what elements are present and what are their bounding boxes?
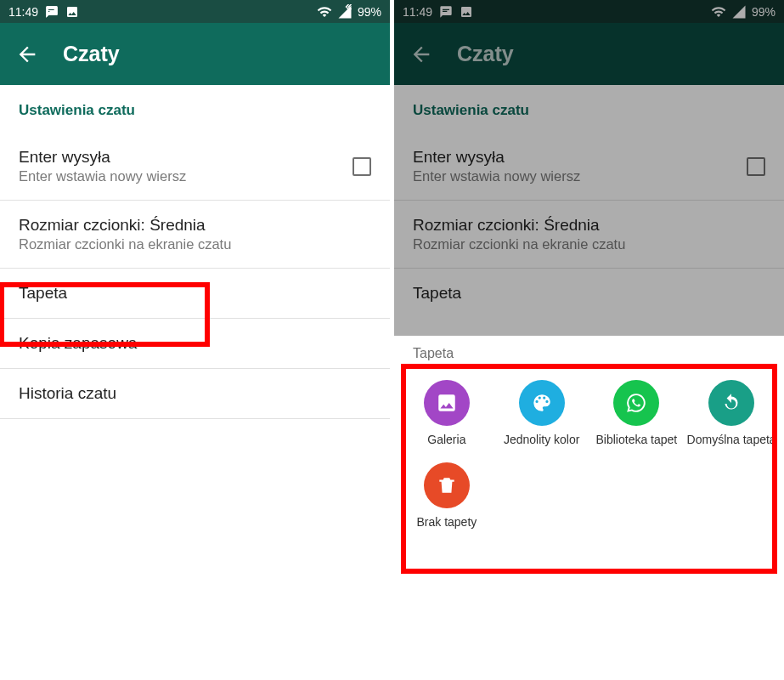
restore-icon bbox=[708, 380, 754, 426]
setting-font-size[interactable]: Rozmiar czcionki: Średnia Rozmiar czcion… bbox=[0, 201, 390, 268]
option-label: Domyślna tapeta bbox=[687, 433, 776, 447]
palette-icon bbox=[519, 380, 565, 426]
option-label: Biblioteka tapet bbox=[596, 433, 678, 447]
row-primary: Tapeta bbox=[19, 284, 67, 303]
setting-enter-sends[interactable]: Enter wysyła Enter wstawia nowy wiersz bbox=[0, 133, 390, 200]
back-icon[interactable] bbox=[15, 42, 39, 66]
option-label: Galeria bbox=[427, 433, 465, 447]
section-header: Ustawienia czatu bbox=[0, 85, 390, 133]
row-primary: Kopia zapasowa bbox=[19, 334, 137, 353]
divider bbox=[0, 418, 390, 419]
app-bar: Czaty bbox=[0, 23, 390, 85]
whatsapp-icon bbox=[613, 380, 659, 426]
notification-image-icon bbox=[65, 5, 79, 19]
sheet-title: Tapeta bbox=[394, 336, 784, 368]
row-primary: Enter wysyła bbox=[19, 148, 186, 167]
row-primary: Historia czatu bbox=[19, 384, 116, 403]
option-gallery[interactable]: Galeria bbox=[399, 380, 494, 447]
option-solid-color[interactable]: Jednolity kolor bbox=[494, 380, 589, 447]
scrim-overlay[interactable] bbox=[394, 0, 784, 336]
setting-wallpaper[interactable]: Tapeta bbox=[0, 269, 390, 318]
wallpaper-options-grid: Galeria Jednolity kolor Biblioteka tapet… bbox=[394, 368, 784, 530]
setting-backup[interactable]: Kopia zapasowa bbox=[0, 319, 390, 368]
option-wallpaper-library[interactable]: Biblioteka tapet bbox=[589, 380, 685, 447]
wifi-icon bbox=[317, 4, 332, 20]
status-bar: 11:49 99% bbox=[0, 0, 390, 23]
page-title: Czaty bbox=[63, 42, 120, 66]
enter-sends-checkbox[interactable] bbox=[353, 157, 371, 176]
option-label: Brak tapety bbox=[416, 515, 477, 530]
battery-level: 99% bbox=[358, 5, 381, 19]
settings-list: Ustawienia czatu Enter wysyła Enter wsta… bbox=[0, 85, 390, 419]
phone-left: 11:49 99% Czaty Ustawienia czatu bbox=[0, 0, 390, 676]
setting-history[interactable]: Historia czatu bbox=[0, 369, 390, 418]
signal-icon bbox=[337, 4, 353, 20]
row-secondary: Rozmiar czcionki na ekranie czatu bbox=[19, 236, 231, 252]
gallery-icon bbox=[424, 380, 470, 426]
notification-text-icon bbox=[45, 5, 59, 19]
row-primary: Rozmiar czcionki: Średnia bbox=[19, 216, 231, 235]
option-no-wallpaper[interactable]: Brak tapety bbox=[399, 462, 494, 530]
status-time: 11:49 bbox=[8, 5, 38, 19]
wallpaper-bottom-sheet: Tapeta Galeria Jednolity kolor Bibliotek… bbox=[394, 336, 784, 676]
row-secondary: Enter wstawia nowy wiersz bbox=[19, 168, 186, 184]
trash-icon bbox=[424, 462, 470, 508]
phone-right: 11:49 99% Czaty Ustawienia czatu bbox=[394, 0, 784, 676]
option-default-wallpaper[interactable]: Domyślna tapeta bbox=[684, 380, 779, 447]
option-label: Jednolity kolor bbox=[504, 433, 580, 447]
